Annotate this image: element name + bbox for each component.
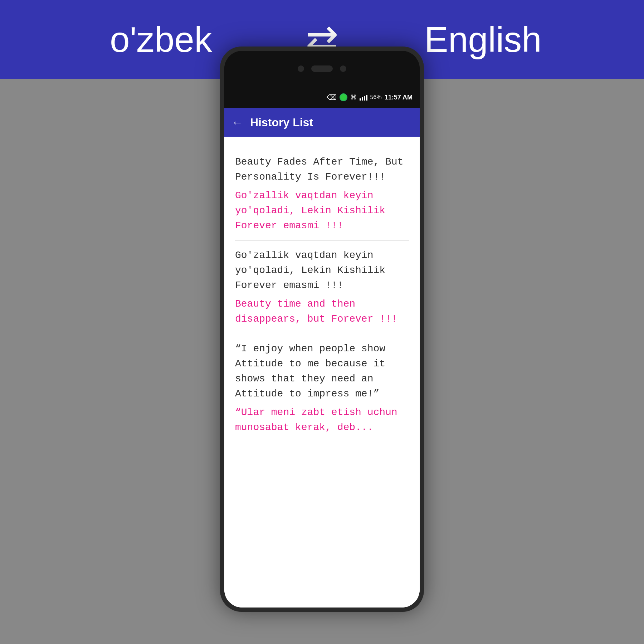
signal-bars [360, 94, 367, 101]
wifi-icon: ⌘ [350, 93, 357, 101]
status-bar: ⌫ ⌘ 56% 11:57 AM [224, 87, 420, 108]
speaker [311, 65, 333, 72]
source-text: Go'zallik vaqtdan keyin yo'qoladi, Lekin… [235, 248, 409, 293]
green-indicator [340, 93, 347, 101]
signal-bar-4 [366, 95, 367, 101]
signal-bar-1 [360, 98, 361, 101]
back-button[interactable]: ← [231, 116, 243, 129]
list-item[interactable]: “I enjoy when people show Attitude to me… [235, 334, 409, 442]
time-display: 11:57 AM [385, 94, 413, 101]
app-header: ← History List [224, 108, 420, 137]
source-text: “I enjoy when people show Attitude to me… [235, 341, 409, 401]
source-text: Beauty Fades After Time, But Personality… [235, 155, 409, 185]
translated-text: Go'zallik vaqtdan keyin yo'qoladi, Lekin… [235, 188, 409, 233]
status-icons: ⌫ ⌘ 56% 11:57 AM [327, 93, 413, 102]
phone-inner: ⌫ ⌘ 56% 11:57 AM ← History List [224, 51, 420, 608]
content-area: Beauty Fades After Time, But Personality… [224, 137, 420, 608]
signal-bar-3 [364, 96, 365, 101]
camera-dot [298, 65, 304, 72]
phone-screen: ⌫ ⌘ 56% 11:57 AM ← History List [224, 87, 420, 608]
sensor-dot [340, 65, 346, 72]
list-item[interactable]: Go'zallik vaqtdan keyin yo'qoladi, Lekin… [235, 241, 409, 334]
phone-top-bar [224, 51, 420, 87]
phone-device: ⌫ ⌘ 56% 11:57 AM ← History List [220, 47, 424, 612]
battery-percentage: 56% [370, 94, 382, 101]
usb-icon: ⌫ [327, 93, 337, 102]
translated-text: “Ular meni zabt etish uchun munosabat ke… [235, 405, 409, 435]
list-item[interactable]: Beauty Fades After Time, But Personality… [235, 147, 409, 241]
translated-text: Beauty time and then disappears, but For… [235, 297, 409, 327]
signal-bar-2 [362, 97, 363, 101]
header-title: History List [250, 116, 313, 129]
